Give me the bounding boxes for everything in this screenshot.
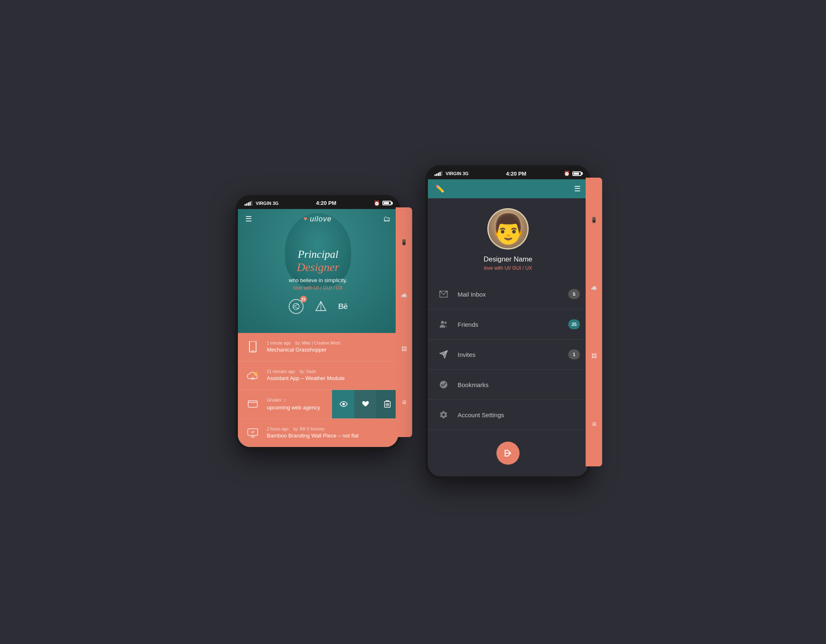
mail-icon — [436, 287, 451, 302]
strip-image-icon-2: 🖼 — [591, 353, 597, 359]
feed-meta-3: Ghulam ソ — [267, 397, 328, 403]
avatar — [487, 208, 529, 250]
phone2-content: ✏️ ☰ Designer Name love with UI/ GUI / U… — [428, 179, 588, 476]
hamburger-icon-2[interactable]: ☰ — [574, 184, 581, 193]
signal-bar — [246, 203, 247, 206]
avatar-face — [489, 209, 527, 248]
svg-marker-25 — [440, 351, 447, 358]
status-right-1: ⏰ — [374, 200, 392, 206]
strip-phone-icon: 📱 — [401, 239, 407, 245]
status-right-2: ⏰ — [564, 171, 582, 176]
menu-list: Mail Inbox 5 Frien — [428, 279, 588, 430]
signal-bar — [251, 201, 252, 206]
feed-item-4[interactable]: 2 hours ago by: Bill S Kenney Bamboo Bra… — [238, 419, 398, 447]
signal-bar — [436, 173, 437, 176]
like-button[interactable] — [354, 390, 376, 418]
mail-label: Mail Inbox — [458, 291, 568, 298]
feed-meta-4: 2 hours ago by: Bill S Kenney — [267, 427, 392, 431]
feed-title-1: Mechanical Grasshopper — [267, 347, 392, 353]
time-1: 4:20 PM — [316, 200, 336, 206]
phone1-content: ☰ ♥ uilove 🗂 Principal Designer who beli… — [238, 209, 398, 447]
svg-point-11 — [342, 403, 345, 405]
menu-item-friends[interactable]: Friends 25 — [428, 309, 588, 340]
hero-title-line1: Principal — [289, 248, 347, 261]
edit-icon[interactable]: ✏️ — [435, 184, 444, 193]
hero-title-line2: Designer — [289, 261, 347, 274]
strip-image-icon: 🖼 — [401, 346, 407, 352]
logout-section — [428, 430, 588, 476]
invites-badge: 1 — [568, 349, 580, 359]
feed-item-text-4: 2 hours ago by: Bill S Kenney Bamboo Bra… — [267, 427, 392, 439]
feed-section: 1 minute ago by: Mike | Creative Mints M… — [238, 333, 398, 447]
view-button[interactable] — [332, 390, 354, 418]
feed-item-text-2: 21 minutes ago by: Dash Assistant App – … — [267, 369, 392, 381]
battery-icon-1 — [382, 201, 392, 205]
invites-label: Invites — [458, 351, 568, 358]
profile-name: Designer Name — [484, 255, 532, 264]
right-side-strip-2: 📱 ☁️ 🖼 🖥 — [586, 178, 602, 466]
time-2: 4:20 PM — [506, 171, 526, 177]
dribbble-badge: 21 — [300, 296, 307, 302]
phone-2: VIRGIN 3G 4:20 PM ⏰ ✏️ ☰ — [425, 165, 591, 479]
feed-item-text-3: Ghulam ソ upcoming web agency — [267, 397, 328, 411]
signal-bar — [244, 204, 246, 206]
friends-icon — [436, 317, 451, 332]
phone-1: VIRGIN 3G 4:20 PM ⏰ ☰ — [235, 195, 401, 449]
hero-section: ☰ ♥ uilove 🗂 Principal Designer who beli… — [238, 209, 398, 333]
svg-rect-9 — [248, 401, 257, 407]
hero-subtitle: who believe in simplicity. — [289, 277, 347, 283]
svg-point-23 — [444, 322, 447, 324]
delete-button[interactable] — [376, 390, 398, 418]
signal-bar — [439, 172, 441, 176]
logo-text: uilove — [310, 215, 332, 223]
logout-button[interactable] — [496, 442, 520, 465]
battery-fill-2 — [574, 173, 579, 175]
menu-item-mail[interactable]: Mail Inbox 5 — [428, 279, 588, 309]
friends-badge: 25 — [568, 319, 580, 329]
feed-item-2[interactable]: 21 minutes ago by: Dash Assistant App – … — [238, 361, 398, 390]
dribbble-icon-wrap[interactable]: 21 — [289, 299, 304, 314]
mail-badge: 5 — [568, 289, 580, 299]
feed-title-2: Assistant App – Weather Module — [267, 375, 392, 381]
hero-text: Principal Designer who believe in simpli… — [280, 248, 355, 291]
battery-fill — [384, 202, 389, 204]
menu-item-settings[interactable]: Account Settings — [428, 400, 588, 430]
status-bar-1: VIRGIN 3G 4:20 PM ⏰ — [238, 197, 398, 209]
bookmarks-icon — [436, 377, 451, 392]
status-left-2: VIRGIN 3G — [434, 171, 469, 176]
alarm-icon: ⏰ — [374, 200, 380, 206]
menu-item-invites[interactable]: Invites 1 — [428, 340, 588, 370]
strip-monitor-icon: 🖥 — [401, 399, 407, 405]
feed-meta-2: 21 minutes ago by: Dash — [267, 369, 392, 374]
strip-monitor-icon-2: 🖥 — [591, 421, 597, 427]
feed-title-4: Bamboo Branding Wall Piece – not flat — [267, 433, 392, 439]
feed-icon-phone — [244, 339, 261, 355]
behance-icon[interactable]: Bē — [338, 302, 347, 311]
heart-icon: ♥ — [304, 215, 308, 223]
feed-item-1[interactable]: 1 minute ago by: Mike | Creative Mints M… — [238, 333, 398, 361]
briefcase-icon[interactable]: 🗂 — [383, 215, 391, 223]
profile-section: Designer Name love with UI/ GUI / UX — [428, 198, 588, 279]
feed-title-3: upcoming web agency — [267, 404, 328, 411]
hamburger-icon[interactable]: ☰ — [245, 215, 252, 223]
carrier-1: VIRGIN 3G — [256, 201, 279, 206]
hero-logo: ♥ uilove — [304, 215, 332, 223]
right-side-strip-1: 📱 ☁️ 🖼 🖥 — [396, 207, 412, 437]
hero-nav: ☰ ♥ uilove 🗂 — [238, 209, 398, 223]
signal-bar — [248, 202, 249, 206]
feed-item-text-1: 1 minute ago by: Mike | Creative Mints M… — [267, 341, 392, 353]
feed-item-3[interactable]: Ghulam ソ upcoming web agency — [238, 390, 398, 419]
signal-bar — [438, 173, 439, 176]
strip-phone-icon-2: 📱 — [591, 217, 597, 223]
settings-icon — [436, 407, 451, 422]
menu-item-bookmarks[interactable]: Bookmarks — [428, 370, 588, 400]
status-bar-2: VIRGIN 3G 4:20 PM ⏰ — [428, 168, 588, 179]
profile-tagline: love with UI/ GUI / UX — [484, 265, 532, 271]
svg-rect-19 — [248, 429, 258, 435]
app-icon[interactable] — [313, 299, 328, 314]
battery-icon-2 — [572, 171, 582, 176]
feed-item-actions — [332, 390, 398, 418]
signal-bar — [249, 202, 251, 206]
svg-point-22 — [441, 321, 444, 324]
bookmarks-label: Bookmarks — [458, 381, 580, 388]
